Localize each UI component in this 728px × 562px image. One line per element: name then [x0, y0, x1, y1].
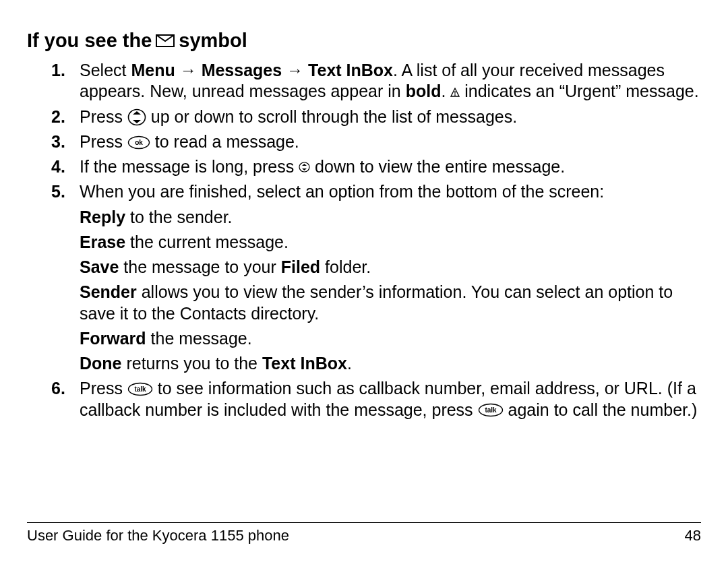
heading-post: symbol — [179, 30, 247, 52]
step-number: 4. — [51, 156, 65, 177]
step-6: 6. Press talk to see information such as… — [80, 378, 701, 420]
bold-label: bold — [406, 82, 442, 100]
option-forward: Forward the message. — [80, 328, 701, 349]
step-4: 4. If the message is long, press down to… — [80, 156, 701, 177]
page: If you see the symbol 1. Select Menu → M… — [0, 0, 728, 562]
nav-updown-icon — [127, 108, 146, 126]
option-done: Done returns you to the Text InBox. — [80, 353, 701, 374]
page-number: 48 — [685, 527, 701, 544]
footer-title: User Guide for the Kyocera 1155 phone — [27, 527, 289, 544]
urgent-icon — [450, 88, 460, 97]
ok-button-icon: ok — [127, 135, 150, 150]
svg-text:talk: talk — [485, 406, 497, 414]
messages-label: Messages — [202, 61, 282, 80]
nav-small-icon — [299, 162, 310, 173]
svg-text:talk: talk — [134, 385, 146, 393]
step-1: 1. Select Menu → Messages → Text InBox. … — [80, 60, 701, 102]
envelope-icon — [156, 34, 175, 47]
step-number: 1. — [51, 60, 65, 81]
step-number: 3. — [51, 131, 65, 152]
talk-button-icon: talk — [127, 382, 153, 396]
step-number: 5. — [51, 181, 65, 202]
step-number: 2. — [51, 106, 65, 127]
option-sender: Sender allows you to view the sender’s i… — [80, 282, 701, 324]
menu-label: Menu — [131, 61, 175, 80]
inbox-label: Text InBox — [308, 61, 393, 80]
step-3: 3. Press ok to read a message. — [80, 131, 701, 152]
step-2: 2. Press up or down to scroll through th… — [80, 106, 701, 127]
heading-pre: If you see the — [27, 30, 152, 52]
body-text: Select — [80, 61, 131, 80]
page-footer: User Guide for the Kyocera 1155 phone 48 — [0, 522, 728, 544]
step-number: 6. — [51, 378, 65, 399]
option-erase: Erase the current message. — [80, 232, 701, 253]
option-save: Save the message to your Filed folder. — [80, 257, 701, 278]
option-list: Reply to the sender. Erase the current m… — [80, 207, 701, 375]
section-heading: If you see the symbol — [27, 30, 701, 52]
step-5: 5. When you are finished, select an opti… — [80, 181, 701, 374]
svg-text:ok: ok — [135, 139, 143, 146]
talk-button-icon: talk — [478, 403, 504, 417]
option-reply: Reply to the sender. — [80, 207, 701, 228]
instruction-list: 1. Select Menu → Messages → Text InBox. … — [27, 60, 701, 420]
svg-point-2 — [454, 94, 456, 96]
